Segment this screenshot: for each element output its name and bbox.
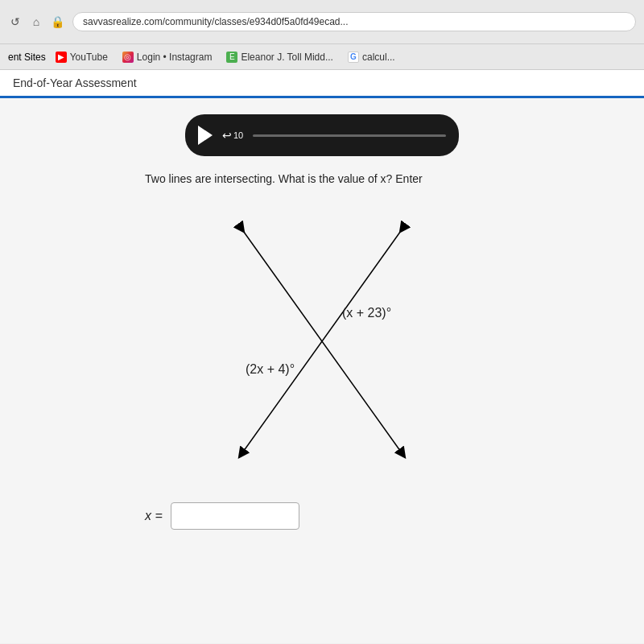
diagram-container: (x + 23)° (2x + 4)°: [161, 204, 483, 478]
bookmarks-label: ent Sites: [8, 52, 46, 63]
angle1-label: (x + 23)°: [342, 306, 391, 320]
eleanor-icon: E: [226, 52, 237, 63]
answer-input[interactable]: [171, 502, 299, 530]
video-player[interactable]: ↩ 10: [185, 114, 459, 156]
bookmarks-bar: ent Sites ▶ YouTube ◎ Login • Instagram …: [0, 44, 644, 70]
home-icon[interactable]: ⌂: [29, 14, 43, 29]
geometry-diagram: (x + 23)° (2x + 4)°: [161, 204, 483, 478]
bookmark-youtube[interactable]: ▶ YouTube: [51, 50, 113, 64]
youtube-icon: ▶: [56, 52, 67, 63]
progress-bar[interactable]: [253, 134, 446, 137]
bookmark-calcul[interactable]: G calcul...: [343, 50, 400, 64]
page-title: End-of-Year Assessment: [13, 76, 137, 89]
bookmark-eleanor[interactable]: E Eleanor J. Toll Midd...: [221, 50, 338, 64]
youtube-label: YouTube: [70, 52, 108, 63]
reload-icon[interactable]: ↺: [8, 14, 23, 29]
calcul-label: calcul...: [362, 52, 395, 63]
replay-seconds: 10: [233, 130, 243, 140]
google-icon: G: [348, 52, 359, 63]
page-header: End-of-Year Assessment: [0, 70, 644, 98]
bookmark-instagram[interactable]: ◎ Login • Instagram: [118, 50, 217, 64]
eleanor-label: Eleanor J. Toll Midd...: [241, 52, 333, 63]
instagram-label: Login • Instagram: [137, 52, 213, 63]
instagram-icon: ◎: [122, 52, 134, 63]
nav-icons: ↺ ⌂ 🔒: [8, 14, 64, 29]
x-equals-label: x =: [145, 509, 163, 523]
address-bar[interactable]: savvasrealize.com/community/classes/e934…: [72, 12, 636, 31]
replay-button[interactable]: ↩ 10: [222, 129, 243, 142]
answer-area: x =: [145, 502, 299, 530]
play-button[interactable]: [198, 126, 213, 145]
question-text: Two lines are intersecting. What is the …: [145, 172, 423, 185]
angle2-label: (2x + 4)°: [246, 362, 295, 376]
lock-icon: 🔒: [50, 14, 64, 29]
browser-chrome: ↺ ⌂ 🔒 savvasrealize.com/community/classe…: [0, 0, 644, 44]
main-content: ↩ 10 Two lines are intersecting. What is…: [0, 98, 644, 643]
replay-icon: ↩: [222, 129, 232, 142]
